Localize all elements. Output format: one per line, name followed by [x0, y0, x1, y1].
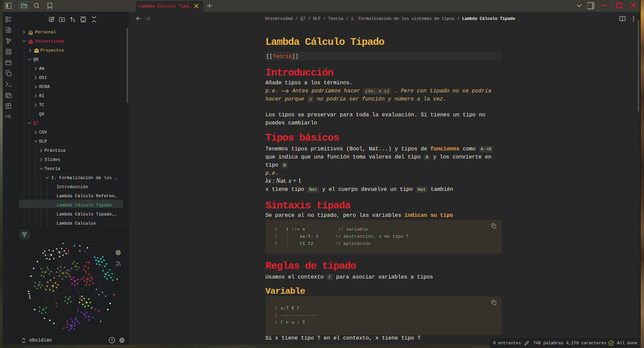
svg-text:?: ? [111, 339, 113, 343]
